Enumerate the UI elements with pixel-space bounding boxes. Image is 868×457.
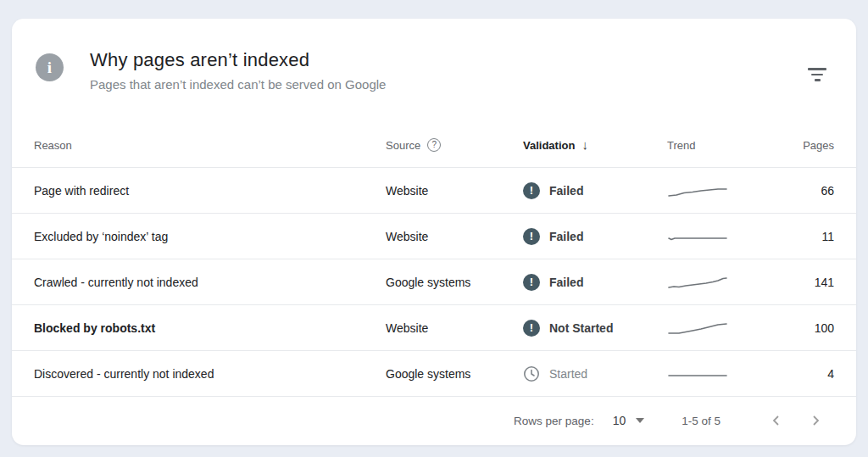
trend-sparkline	[667, 274, 728, 291]
table-row[interactable]: Page with redirect Website ! Failed 66	[12, 168, 856, 214]
error-icon: !	[523, 228, 540, 245]
column-header-source[interactable]: Source ?	[386, 138, 523, 152]
source-cell: Google systems	[386, 367, 523, 381]
rows-per-page-value: 10	[613, 414, 626, 427]
clock-icon	[523, 365, 540, 382]
trend-sparkline	[667, 228, 728, 245]
previous-page-button[interactable]	[760, 404, 793, 437]
validation-label: Failed	[549, 184, 583, 198]
pagination-bar: Rows per page: 10 1-5 of 5	[12, 397, 856, 444]
reason-cell: Discovered - currently not indexed	[34, 367, 386, 381]
trend-cell	[667, 320, 769, 337]
error-icon: !	[523, 320, 540, 337]
error-icon: !	[523, 274, 540, 291]
rows-per-page-select[interactable]: 10	[613, 414, 645, 427]
trend-cell	[667, 228, 769, 245]
page-range-label: 1-5 of 5	[682, 415, 721, 427]
pages-count: 11	[769, 230, 834, 243]
reason-cell: Blocked by robots.txt	[34, 321, 386, 335]
report-header: i Why pages aren’t indexed Pages that ar…	[12, 19, 856, 123]
column-header-trend: Trend	[667, 139, 769, 152]
validation-cell: ! Failed	[523, 274, 667, 291]
indexing-report-card: i Why pages aren’t indexed Pages that ar…	[12, 19, 856, 445]
sort-descending-icon: ↓	[581, 137, 588, 152]
table-row[interactable]: Excluded by ‘noindex’ tag Website ! Fail…	[12, 214, 856, 259]
page-subtitle: Pages that aren’t indexed can’t be serve…	[90, 77, 386, 92]
trend-sparkline	[667, 320, 728, 337]
pages-count: 100	[769, 321, 834, 335]
reason-cell: Page with redirect	[34, 184, 386, 198]
table-row[interactable]: Blocked by robots.txt Website ! Not Star…	[12, 305, 856, 351]
table-row[interactable]: Crawled - currently not indexed Google s…	[12, 259, 856, 305]
pages-count: 66	[769, 184, 834, 198]
trend-cell	[667, 365, 769, 382]
caret-down-icon	[636, 418, 644, 423]
reason-cell: Excluded by ‘noindex’ tag	[34, 230, 386, 243]
source-cell: Website	[386, 184, 523, 198]
pages-count: 4	[769, 367, 834, 381]
validation-label: Started	[549, 367, 587, 381]
source-cell: Website	[386, 230, 523, 243]
table-header-row: Reason Source ? Validation ↓ Trend Pages	[12, 123, 856, 168]
table-row[interactable]: Discovered - currently not indexed Googl…	[12, 351, 856, 397]
pages-count: 141	[769, 276, 834, 289]
column-header-reason[interactable]: Reason	[34, 139, 386, 152]
next-page-button[interactable]	[798, 404, 832, 437]
trend-sparkline	[667, 365, 728, 382]
source-cell: Google systems	[386, 276, 523, 289]
validation-cell: ! Failed	[523, 228, 667, 245]
validation-cell: ! Not Started	[523, 320, 667, 337]
trend-cell	[667, 274, 769, 291]
chevron-left-icon	[769, 413, 784, 428]
trend-sparkline	[667, 182, 728, 199]
validation-cell: ! Started	[523, 365, 667, 382]
info-icon: i	[36, 53, 64, 81]
chevron-right-icon	[808, 413, 823, 428]
column-header-validation[interactable]: Validation ↓	[523, 138, 667, 153]
reason-cell: Crawled - currently not indexed	[34, 276, 386, 289]
trend-cell	[667, 182, 769, 199]
title-block: Why pages aren’t indexed Pages that aren…	[90, 49, 386, 92]
info-glyph: i	[47, 59, 52, 75]
validation-cell: ! Failed	[523, 182, 667, 199]
page-title: Why pages aren’t indexed	[90, 49, 386, 71]
error-icon: !	[523, 182, 540, 199]
help-icon[interactable]: ?	[427, 138, 441, 152]
filter-icon[interactable]	[800, 58, 834, 92]
validation-label: Failed	[549, 230, 583, 243]
validation-label: Failed	[549, 276, 583, 289]
column-header-pages[interactable]: Pages	[769, 139, 834, 152]
source-cell: Website	[386, 321, 523, 335]
rows-per-page-label: Rows per page:	[514, 415, 594, 427]
validation-label: Not Started	[549, 321, 613, 335]
